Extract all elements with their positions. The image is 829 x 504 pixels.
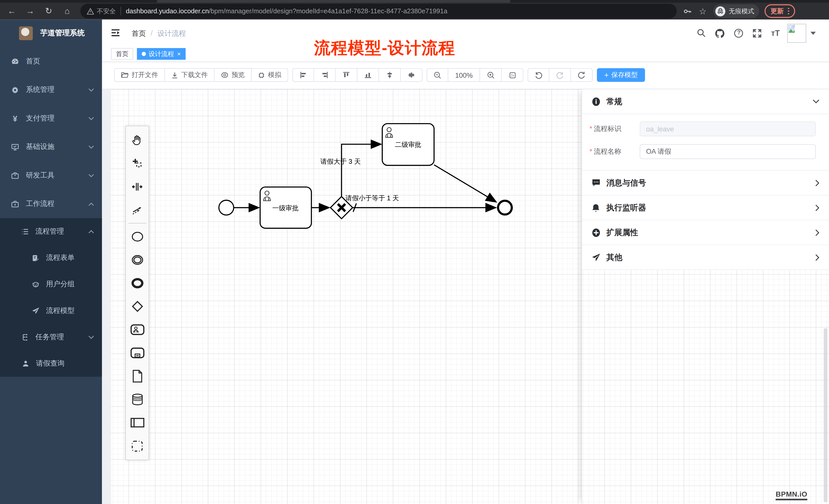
url-bar[interactable]: 不安全 dashboard.yudao.iocoder.cn/bpm/manag… [80, 4, 677, 18]
chevron-down-icon [88, 335, 94, 339]
search-icon[interactable] [697, 29, 706, 38]
sidebar-item-home[interactable]: 首页 [0, 47, 102, 76]
user-task-level2[interactable]: 二级审批 [382, 124, 434, 165]
browser-chrome: ← → ↻ ⌂ 不安全 dashboard.yudao.iocoder.cn/b… [0, 0, 829, 20]
chevron-down-icon [88, 145, 94, 149]
section-general[interactable]: 常规 [582, 89, 829, 114]
fullscreen-icon[interactable] [753, 28, 762, 38]
align-button-group [292, 68, 423, 82]
bookmark-star-icon[interactable]: ☆ [699, 6, 707, 16]
sidebar-item-process-form[interactable]: 流程表单 [0, 244, 102, 271]
sidebar-item-system[interactable]: 系统管理 [0, 75, 102, 104]
folder-icon [121, 72, 129, 78]
forward-icon[interactable]: → [23, 7, 37, 15]
help-icon[interactable]: ? [734, 28, 744, 38]
end-event[interactable] [498, 201, 512, 215]
process-id-input[interactable] [640, 121, 816, 137]
update-button[interactable]: 更新 [765, 4, 795, 18]
close-tab-icon[interactable]: × [177, 49, 181, 59]
section-extended-properties[interactable]: 扩展属性 [582, 220, 829, 245]
redo-button[interactable] [549, 68, 571, 82]
not-secure-label[interactable]: 不安全 [97, 7, 116, 15]
page-overlay-title: 流程模型-设计流程 [314, 37, 456, 60]
sidebar-item-task-mgmt[interactable]: 任务管理 [0, 324, 102, 350]
align-center-button[interactable] [379, 68, 401, 82]
start-event[interactable] [219, 200, 234, 215]
sidebar-item-leave-query[interactable]: 请假查询 [0, 350, 102, 377]
flow-label-gt3[interactable]: 请假大于 3 天 [320, 158, 361, 165]
app-logo-row[interactable]: 芋道管理系统 [0, 20, 102, 47]
sidebar-item-devtools[interactable]: 研发工具 [0, 161, 102, 190]
sidebar-item-workflow[interactable]: 工作流程 [0, 190, 102, 218]
avatar-caret-icon[interactable] [810, 32, 816, 35]
required-mark: * [589, 125, 592, 132]
download-file-button[interactable]: 下载文件 [165, 68, 215, 82]
flow-label-le1[interactable]: 请假小于等于 1 天 [346, 194, 399, 202]
url-divider [120, 7, 121, 15]
flow-task2-to-end[interactable] [434, 165, 496, 202]
save-model-button[interactable]: + 保存模型 [597, 68, 645, 82]
file-button-group: 打开文件 下载文件 预览 模拟 [114, 68, 288, 82]
sidebar-item-payment[interactable]: ¥ 支付管理 [0, 104, 102, 133]
sidebar-item-infrastructure[interactable]: 基础设施 [0, 132, 102, 161]
app-header: 首页 / 设计流程 ? тT [102, 20, 829, 46]
chevron-down-icon [88, 173, 94, 177]
section-others[interactable]: 其他 [582, 245, 829, 270]
screen: ← → ↻ ⌂ 不安全 dashboard.yudao.iocoder.cn/b… [0, 0, 829, 504]
eye-icon [221, 72, 228, 78]
active-tab-dot [142, 52, 146, 56]
align-middle-button[interactable] [401, 68, 423, 82]
breadcrumb-separator: / [151, 29, 153, 39]
back-icon[interactable]: ← [5, 7, 19, 15]
bpmn-canvas[interactable]: 一级审批 二级审批 请假大于 3 天 请假小于等于 1 天 [102, 89, 829, 504]
sidebar-item-process-mgmt[interactable]: 流程管理 [0, 218, 102, 244]
github-icon[interactable] [715, 28, 725, 38]
bpmn-io-logo[interactable]: BPMN.iO [776, 490, 807, 500]
key-icon[interactable] [683, 7, 692, 15]
section-messages-signals[interactable]: 消息与信号 [582, 171, 829, 195]
reload-icon[interactable]: ↻ [42, 7, 56, 15]
vertical-scrollbar[interactable] [824, 328, 827, 502]
flow-gateway-to-task2[interactable] [341, 144, 381, 196]
align-top-button[interactable] [336, 68, 357, 82]
process-id-label: 流程标识 [594, 125, 621, 132]
browser-menu-icon[interactable] [788, 8, 789, 14]
preview-button[interactable]: 预览 [215, 68, 252, 82]
home-icon[interactable]: ⌂ [60, 7, 74, 15]
section-execution-listeners[interactable]: 执行监听器 [582, 195, 829, 220]
sidebar-item-user-group[interactable]: 用户分组 [0, 271, 102, 297]
restart-button[interactable] [571, 68, 593, 82]
browser-active-tab[interactable] [157, 0, 510, 3]
form-edit-icon [32, 254, 40, 262]
align-right-button[interactable] [314, 68, 336, 82]
dashboard-icon [11, 57, 19, 65]
svg-text:一级审批: 一级审批 [273, 204, 299, 211]
chevron-right-icon [815, 229, 820, 236]
properties-panel: 常规 *流程标识 *流程名称 [582, 89, 829, 504]
zoom-in-button[interactable] [480, 68, 502, 82]
incognito-badge: 无痕模式 [713, 4, 759, 18]
breadcrumb-home[interactable]: 首页 [132, 29, 146, 39]
avatar[interactable] [787, 24, 806, 42]
tab-home[interactable]: 首页 [111, 48, 133, 60]
process-name-input[interactable] [640, 144, 816, 159]
tab-design-process[interactable]: 设计流程 × [137, 48, 186, 60]
app-title: 芋道管理系统 [40, 29, 84, 38]
open-file-button[interactable]: 打开文件 [114, 68, 165, 82]
plus-circle-icon [592, 228, 601, 237]
plus-icon: + [604, 71, 609, 79]
user-task-level1[interactable]: 一级审批 [260, 187, 311, 228]
face-icon [32, 280, 40, 288]
header-actions: ? тT [688, 20, 816, 46]
align-bottom-button[interactable] [357, 68, 379, 82]
simulate-button[interactable]: 模拟 [252, 68, 288, 82]
process-id-row: *流程标识 [589, 121, 816, 137]
zoom-out-button[interactable] [427, 68, 448, 82]
undo-button[interactable] [528, 68, 549, 82]
sidebar-collapse-icon[interactable] [111, 29, 120, 37]
align-left-button[interactable] [292, 68, 314, 82]
sidebar-item-process-model[interactable]: 流程模型 [0, 298, 102, 324]
zoom-reset-button[interactable] [502, 68, 524, 82]
update-label[interactable]: 更新 [770, 7, 784, 15]
font-size-icon[interactable]: тT [771, 29, 780, 38]
